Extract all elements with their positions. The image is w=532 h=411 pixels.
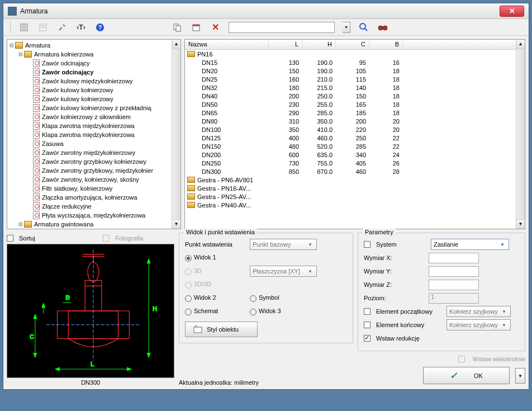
table-row[interactable]: DN50230255.016518 <box>185 100 516 108</box>
table-row[interactable]: DN250730755.040526 <box>185 159 516 167</box>
table-row[interactable]: DN32180215.014018 <box>185 83 516 92</box>
tree-sub[interactable]: ⊟Armatura kołnierzowa <box>8 50 170 59</box>
binoculars-icon[interactable] <box>377 22 388 33</box>
widok2-radio[interactable] <box>185 295 192 302</box>
tree-item[interactable]: Filtr siatkowy, kołnierzowy <box>8 184 170 193</box>
tree-item[interactable]: Zawór odcinający <box>8 68 170 77</box>
th-h[interactable]: H <box>302 40 336 49</box>
table-row[interactable]: DN40200250.015018 <box>185 92 516 100</box>
elemp-checkbox[interactable] <box>364 308 370 315</box>
tree-scrollbar[interactable] <box>172 40 180 229</box>
th-b[interactable]: B <box>369 40 403 49</box>
th-name[interactable]: Nazwa <box>185 40 269 49</box>
widok1-label[interactable]: Widok 1 <box>194 254 216 261</box>
table-scrollbar[interactable] <box>516 40 525 229</box>
copy-icon[interactable] <box>172 22 183 33</box>
widok3-radio[interactable] <box>250 309 256 315</box>
photo-checkbox <box>103 235 110 242</box>
table-folder[interactable]: Gestra - PN40-AV... <box>185 201 516 209</box>
wstawr-label: Wstaw redukcję <box>376 335 438 342</box>
app-icon <box>8 7 17 16</box>
table-folder[interactable]: Gestra - PN16-AV... <box>185 184 516 192</box>
table-row[interactable]: DN65290285.018518 <box>185 108 516 117</box>
tree-item[interactable]: Zawór kołnierzowy z siłownikiem <box>8 112 170 121</box>
tree-root[interactable]: ⊟Armatura <box>8 41 170 50</box>
tree-scroll[interactable]: ⊟Armatura⊟Armatura kołnierzowaZawór odci… <box>7 40 172 229</box>
schemat-radio[interactable] <box>185 309 192 315</box>
widok3-label[interactable]: Widok 3 <box>259 308 281 314</box>
th-l[interactable]: L <box>269 40 302 49</box>
tree-sub2[interactable]: ⊟Armatura gwintowana <box>8 220 170 229</box>
ok-button[interactable]: ✓ OK <box>423 367 510 384</box>
tree-item[interactable]: Klapa zwrotna międzykołnierzowa <box>8 130 170 139</box>
table-row[interactable]: DN20150190.010518 <box>185 67 516 75</box>
calendar-icon[interactable] <box>191 22 202 33</box>
tree-item[interactable]: Zawór kulowy kołnierzowy z przekładnią <box>8 103 170 112</box>
system-select[interactable]: Zasilanie▼ <box>431 239 509 250</box>
table-folder[interactable]: Gestra - PN25-AV... <box>185 192 516 201</box>
widok2-label[interactable]: Widok 2 <box>194 294 216 301</box>
ok-dropdown[interactable]: ▼ <box>515 368 525 384</box>
table-row[interactable]: DN80310350.020020 <box>185 117 516 125</box>
preview-panel: Sortuj Fotografia <box>7 233 174 386</box>
table-folder[interactable]: Gestra - PN6-AV801 <box>185 176 516 184</box>
wz-input[interactable] <box>429 280 479 290</box>
properties-icon[interactable] <box>18 22 30 33</box>
wx-input[interactable] <box>429 253 479 263</box>
table-header: Nazwa L H C B <box>185 40 516 50</box>
search-dropdown[interactable]: ▼ <box>343 22 350 33</box>
svg-point-13 <box>360 23 365 29</box>
titlebar[interactable]: Armatura ✕ <box>3 3 529 19</box>
mid-panel: Widok i punkt wstawienia Punkt wstawieni… <box>179 233 353 386</box>
table-row[interactable]: DN300850870.046028 <box>185 167 516 176</box>
table-row[interactable]: DN15130190.09516 <box>185 58 516 67</box>
help-icon[interactable]: ? <box>94 22 106 33</box>
style-button[interactable]: Styl obiektu <box>185 322 258 337</box>
close-button[interactable]: ✕ <box>500 6 524 17</box>
tree-item[interactable]: Zawór zwrotny międzykołnierzowy <box>8 148 170 157</box>
tree-item[interactable]: Zawór kulowy kołnierzowy <box>8 86 170 95</box>
schemat-label[interactable]: Schemat <box>194 308 218 314</box>
table-row[interactable]: DN200600635.034024 <box>185 150 516 159</box>
table-row[interactable]: DN25160210.011518 <box>185 75 516 83</box>
text-icon[interactable]: ‹T› <box>75 22 87 33</box>
tools-icon[interactable] <box>56 22 68 33</box>
svg-rect-10 <box>176 26 180 31</box>
3d-radio <box>185 268 192 275</box>
tree-item[interactable]: Zawór kulowy międzykołnierzowy <box>8 77 170 86</box>
sort-checkbox[interactable] <box>7 235 13 242</box>
table-row[interactable]: DN125400460.025022 <box>185 134 516 142</box>
wy-input[interactable] <box>429 266 479 277</box>
tree-item[interactable]: Zawór kulowy kołnierzowy <box>8 95 170 103</box>
tree-item[interactable]: Zawór odcinający <box>8 59 170 68</box>
search-input[interactable] <box>229 22 335 33</box>
tree-item[interactable]: Klapa zwrotna międzykołnierzowa <box>8 121 170 130</box>
tree-item[interactable]: Złączka amortyzująca, kołnierzowa <box>8 193 170 202</box>
tree-item[interactable]: Zasuwa <box>8 139 170 148</box>
table-folder[interactable]: PN16 <box>185 50 516 58</box>
wstawr-checkbox[interactable] <box>364 335 370 342</box>
tree-item[interactable]: Płyta wyciszająca, międzykołnierzowa <box>8 211 170 220</box>
symbol-label[interactable]: Symbol <box>259 294 279 301</box>
wstaww-checkbox <box>458 356 465 362</box>
svg-rect-47 <box>194 327 202 333</box>
system-checkbox[interactable] <box>364 241 370 248</box>
table-row[interactable]: DN100350410.022020 <box>185 125 516 134</box>
tree-item[interactable]: Zawór zwrotny, kołnierzowy, skośny <box>8 175 170 184</box>
symbol-radio[interactable] <box>250 295 256 302</box>
tree-item[interactable]: Zawór zwrotny grzybkowy, międzykołnier <box>8 166 170 175</box>
th-c[interactable]: C <box>336 40 369 49</box>
tree-item[interactable]: Złącze redukcyjne <box>8 202 170 211</box>
widok1-radio[interactable] <box>185 255 192 262</box>
table-scroll[interactable]: Nazwa L H C B PN16DN15130190.09516DN2015… <box>185 40 516 229</box>
svg-marker-44 <box>42 303 45 308</box>
search-icon[interactable] <box>358 22 369 33</box>
svg-marker-30 <box>34 314 37 319</box>
tree-item[interactable]: Zawór zwrotny grzybkowy kołnierzowy <box>8 157 170 166</box>
preview[interactable]: C L H B <box>7 244 174 378</box>
table-row[interactable]: DN150480520.028522 <box>185 142 516 150</box>
list-icon[interactable] <box>37 22 49 33</box>
delete-icon[interactable]: ✕ <box>210 22 221 33</box>
table-box: Nazwa L H C B PN16DN15130190.09516DN2015… <box>184 39 525 229</box>
elemk-checkbox[interactable] <box>364 322 370 328</box>
